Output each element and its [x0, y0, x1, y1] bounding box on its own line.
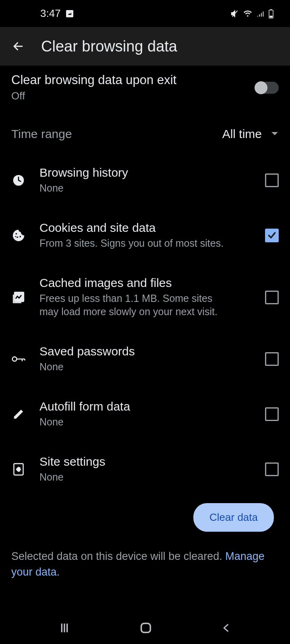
clear-on-exit-toggle[interactable]	[255, 82, 279, 94]
pencil-icon	[12, 408, 25, 420]
footer-msg: Selected data on this device will be cle…	[11, 550, 225, 562]
option-site-settings[interactable]: Site settings None	[11, 442, 279, 497]
checkbox-cached-images[interactable]	[265, 291, 279, 304]
option-title: Site settings	[39, 455, 251, 469]
clear-on-exit-title: Clear browsing data upon exit	[11, 73, 255, 87]
clear-on-exit-row[interactable]: Clear browsing data upon exit Off	[0, 66, 290, 114]
option-subtitle: Frees up less than 1.1 MB. Some sites ma…	[39, 292, 233, 319]
option-subtitle: From 3 sites. Signs you out of most site…	[39, 237, 233, 250]
image-icon	[12, 291, 25, 304]
svg-point-5	[15, 233, 17, 235]
checkbox-browsing-history[interactable]	[265, 173, 279, 187]
checkbox-autofill[interactable]	[265, 407, 279, 421]
svg-rect-2	[270, 9, 272, 10]
svg-point-6	[17, 237, 18, 238]
svg-point-8	[15, 236, 17, 237]
home-button[interactable]	[139, 621, 153, 635]
checkbox-saved-passwords[interactable]	[265, 352, 279, 366]
cookie-icon	[12, 229, 25, 242]
clock-icon	[12, 174, 25, 187]
app-bar: Clear browsing data	[0, 27, 290, 66]
screenshot-indicator-icon	[65, 9, 75, 19]
status-time: 3:47	[40, 7, 61, 20]
wifi-icon	[242, 9, 253, 18]
option-browsing-history[interactable]: Browsing history None	[11, 153, 279, 208]
clear-on-exit-state: Off	[11, 90, 255, 102]
option-title: Saved passwords	[39, 345, 251, 358]
option-subtitle: None	[39, 360, 233, 374]
signal-icon	[256, 9, 265, 18]
mute-icon	[230, 9, 239, 18]
option-title: Cached images and files	[39, 276, 251, 290]
chevron-down-icon	[271, 131, 279, 137]
option-saved-passwords[interactable]: Saved passwords None	[11, 332, 279, 387]
option-cached-images[interactable]: Cached images and files Frees up less th…	[11, 263, 279, 332]
option-title: Cookies and site data	[39, 221, 251, 235]
time-range-label: Time range	[11, 127, 72, 141]
checkbox-site-settings[interactable]	[265, 462, 279, 476]
option-subtitle: None	[39, 415, 233, 429]
recents-button[interactable]	[58, 621, 71, 634]
time-range-row[interactable]: Time range All time	[0, 114, 290, 153]
option-subtitle: None	[39, 471, 233, 484]
option-title: Autofill form data	[39, 400, 251, 413]
option-cookies[interactable]: Cookies and site data From 3 sites. Sign…	[11, 208, 279, 263]
time-range-value: All time	[222, 127, 262, 141]
option-title: Browsing history	[39, 166, 251, 180]
svg-rect-3	[270, 16, 273, 18]
clear-data-button[interactable]: Clear data	[193, 503, 274, 532]
gear-doc-icon	[12, 462, 25, 477]
option-subtitle: None	[39, 182, 233, 195]
battery-icon	[268, 9, 274, 19]
svg-point-10	[12, 357, 17, 361]
options-list: Browsing history None Cookies and site d…	[0, 153, 290, 497]
app-title: Clear browsing data	[41, 38, 177, 55]
svg-rect-9	[14, 292, 24, 301]
status-bar: 3:47	[0, 0, 290, 27]
svg-point-7	[19, 236, 21, 237]
back-arrow-icon[interactable]	[11, 39, 25, 53]
footer-text: Selected data on this device will be cle…	[0, 536, 290, 580]
checkmark-icon	[267, 230, 277, 241]
option-autofill[interactable]: Autofill form data None	[11, 387, 279, 442]
back-button[interactable]	[221, 622, 232, 634]
svg-rect-13	[141, 623, 151, 633]
system-nav-bar	[0, 612, 290, 644]
checkbox-cookies[interactable]	[265, 229, 279, 242]
key-icon	[11, 354, 26, 364]
